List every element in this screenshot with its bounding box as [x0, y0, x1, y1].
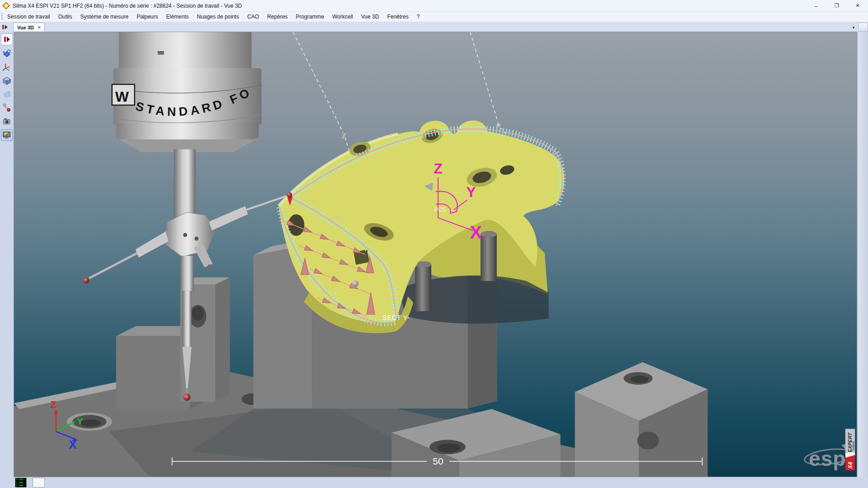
menu-item[interactable]: Palpeurs	[132, 12, 162, 22]
tab-close-icon[interactable]: ✕	[38, 25, 41, 30]
dro-z: Z 000	[16, 484, 26, 487]
menu-item[interactable]: Outils	[54, 12, 76, 22]
close-button[interactable]: ✕	[847, 0, 868, 11]
stylus-ball-left	[83, 277, 89, 283]
menu-item[interactable]: Eléments	[162, 12, 193, 22]
menu-item[interactable]: Système de mesure	[76, 12, 132, 22]
world-z-label: Z	[50, 399, 56, 410]
menu-item[interactable]: Programme	[292, 12, 328, 22]
menu-item[interactable]: Repères	[263, 12, 292, 22]
menu-bar: Session de travailOutilsSystème de mesur…	[0, 12, 868, 22]
badge-x4-text: X4	[847, 462, 854, 469]
cad-solid-icon[interactable]	[1, 75, 13, 87]
stylus-ball-main	[184, 394, 191, 401]
world-y-label: Y	[77, 416, 83, 426]
stylus-ball-contact	[287, 192, 292, 197]
menu-item[interactable]: Fenêtres	[383, 12, 412, 22]
badge-certified-text: Certified	[852, 441, 855, 452]
stylus-probe-icon[interactable]	[1, 102, 13, 114]
probe-emblem-text: W	[115, 89, 129, 105]
blank-status-button[interactable]	[33, 478, 45, 488]
coordinate-system-icon[interactable]	[1, 61, 13, 73]
collapse-panel-icon[interactable]	[1, 33, 13, 45]
3d-viewport[interactable]: W STANDARD FO	[14, 32, 857, 477]
tab-vue3d[interactable]: Vue 3D ✕	[13, 23, 45, 32]
menu-items: Session de travailOutilsSystème de mesur…	[3, 12, 424, 22]
probe-qualification-icon[interactable]	[1, 48, 13, 60]
left-toolbar	[0, 32, 14, 477]
pcs-z-label: Z	[434, 160, 443, 177]
section-label: SECT Y-	[382, 314, 410, 321]
tab-overflow-icon[interactable]: ▼	[852, 26, 858, 32]
title-bar: Silma X4 ESPI V21 SP1 HF2 (64 bits) - Nu…	[0, 0, 868, 12]
pcs-label: PCS	[434, 206, 446, 213]
tab-corner-button[interactable]	[858, 23, 868, 32]
pcs-x-label: X	[470, 222, 482, 242]
pcs-y-label: Y	[466, 184, 476, 200]
right-edge-strip	[857, 32, 868, 477]
world-x-label: X	[69, 438, 77, 451]
point-cloud-icon[interactable]	[1, 89, 13, 100]
tab-label: Vue 3D	[17, 25, 34, 30]
path-waypoint-sphere-blade	[352, 281, 359, 287]
menu-item[interactable]: Session de travail	[3, 12, 54, 22]
tab-bar: Vue 3D ✕ ▼	[0, 22, 868, 32]
panel-toggle-icon[interactable]	[1, 23, 9, 31]
status-bar: X 000 Y 000 Z 000	[0, 477, 868, 488]
menu-item[interactable]: Vue 3D	[357, 12, 383, 22]
restore-button[interactable]: ❐	[826, 0, 847, 11]
menu-item[interactable]: Nuages de points	[193, 12, 243, 22]
minimize-button[interactable]: –	[806, 0, 826, 11]
menu-item[interactable]: ?	[413, 12, 424, 22]
dro-readout-button[interactable]: X 000 Y 000 Z 000	[15, 478, 27, 488]
render-display-icon[interactable]	[1, 129, 13, 141]
camera-view-icon[interactable]	[1, 116, 13, 127]
window-title: Silma X4 ESPI V21 SP1 HF2 (64 bits) - Nu…	[13, 3, 242, 9]
menu-item[interactable]: CAO	[243, 12, 263, 22]
x4-expert-badge: EXPERT Certified X4	[845, 429, 855, 470]
dimension-value: 50	[433, 456, 443, 466]
menu-item[interactable]: Workcell	[328, 12, 357, 22]
app-icon	[2, 2, 10, 9]
